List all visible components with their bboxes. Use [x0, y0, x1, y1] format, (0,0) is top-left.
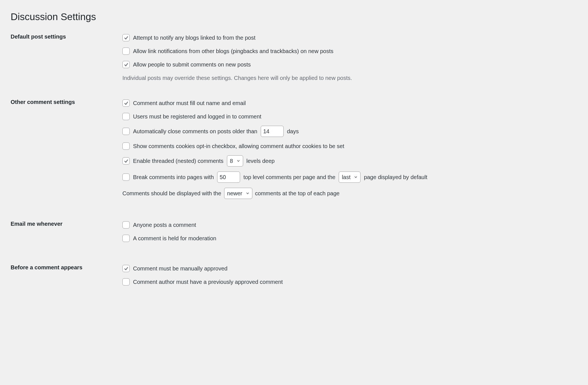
- description-default-post: Individual posts may override these sett…: [122, 74, 577, 82]
- select-comment-order[interactable]: newer: [224, 188, 252, 199]
- select-threaded-depth[interactable]: 8: [227, 155, 243, 167]
- label-anyone-posts: Anyone posts a comment: [133, 221, 196, 229]
- label-order-before: Comments should be displayed with the: [122, 189, 221, 198]
- checkbox-previously-approved[interactable]: [122, 278, 130, 286]
- section-heading-email-me: Email me whenever: [11, 221, 122, 264]
- checkbox-notify-linked[interactable]: [122, 34, 130, 41]
- checkbox-anyone-posts[interactable]: [122, 221, 130, 229]
- checkbox-close-old-comments[interactable]: [122, 128, 130, 135]
- label-manual-approval: Comment must be manually approved: [133, 264, 227, 273]
- label-threaded-before: Enable threaded (nested) comments: [133, 157, 224, 165]
- checkbox-allow-comments[interactable]: [122, 61, 130, 68]
- label-allow-pingbacks: Allow link notifications from other blog…: [133, 47, 333, 55]
- label-allow-comments: Allow people to submit comments on new p…: [133, 60, 251, 69]
- checkbox-threaded[interactable]: [122, 157, 130, 165]
- checkbox-require-registration[interactable]: [122, 113, 130, 120]
- label-require-registration: Users must be registered and logged in t…: [133, 112, 261, 121]
- label-paginate-after: page displayed by default: [364, 173, 427, 181]
- checkbox-require-name-email[interactable]: [122, 99, 130, 107]
- checkbox-manual-approval[interactable]: [122, 265, 130, 272]
- section-heading-default-post: Default post settings: [11, 34, 122, 99]
- label-held-moderation: A comment is held for moderation: [133, 234, 216, 243]
- input-close-old-days[interactable]: [261, 126, 284, 137]
- input-comments-per-page[interactable]: [217, 172, 240, 183]
- label-paginate-mid: top level comments per page and the: [243, 173, 335, 181]
- label-close-old-after: days: [287, 127, 299, 136]
- checkbox-held-moderation[interactable]: [122, 235, 130, 242]
- label-require-name-email: Comment author must fill out name and em…: [133, 99, 246, 107]
- label-cookies-optin: Show comments cookies opt-in checkbox, a…: [133, 142, 344, 150]
- label-close-old-before: Automatically close comments on posts ol…: [133, 127, 257, 136]
- page-title: Discussion Settings: [11, 11, 577, 22]
- label-order-after: comments at the top of each page: [255, 189, 340, 198]
- label-threaded-after: levels deep: [246, 157, 275, 165]
- label-previously-approved: Comment author must have a previously ap…: [133, 278, 283, 286]
- section-heading-other-comment: Other comment settings: [11, 99, 122, 221]
- checkbox-cookies-optin[interactable]: [122, 142, 130, 150]
- checkbox-allow-pingbacks[interactable]: [122, 47, 130, 55]
- settings-form: Default post settings Attempt to notify …: [11, 34, 577, 308]
- label-paginate-before: Break comments into pages with: [133, 173, 214, 181]
- select-default-page[interactable]: last: [339, 172, 361, 183]
- section-heading-before-appears: Before a comment appears: [11, 264, 122, 308]
- label-notify-linked: Attempt to notify any blogs linked to fr…: [133, 34, 255, 42]
- checkbox-paginate[interactable]: [122, 174, 130, 181]
